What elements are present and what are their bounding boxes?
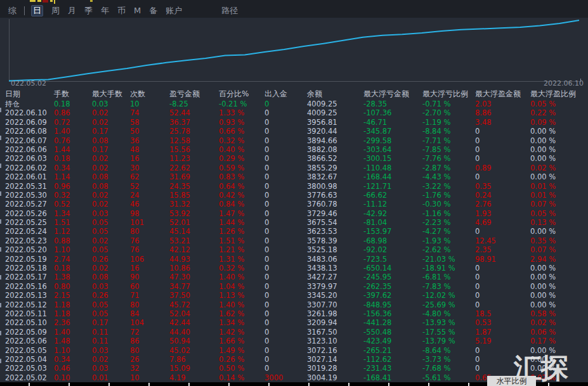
table-row[interactable]: 2022.05.310.960.085224.350.64 %03800.98-…	[0, 182, 588, 191]
column-header[interactable]: 最大浮亏比例	[422, 89, 475, 100]
cell-出入金: 0	[265, 282, 307, 291]
column-header[interactable]: 手数	[54, 89, 92, 100]
cell-最大浮盈金额: 0	[475, 145, 530, 154]
table-row[interactable]: 2022.05.261.340.039853.921.47 %03729.46-…	[0, 209, 588, 218]
cell-百分比%: 1.31 %	[219, 255, 265, 264]
cell-余额: 4009.25	[307, 100, 363, 108]
toolbar-tab-年[interactable]: 年	[101, 6, 109, 16]
column-header[interactable]: 余额	[307, 89, 363, 100]
equity-curve-chart[interactable]: 022.05.02 2022.06.10	[0, 18, 588, 89]
toolbar-tab-综[interactable]: 综	[8, 6, 16, 16]
table-row[interactable]: 2022.05.300.320.022415.850.42 %03776.63-…	[0, 191, 588, 200]
cell-最大手数: 0.05	[92, 227, 130, 236]
cell-最大浮盈比例: 0.58 %	[530, 309, 583, 318]
table-row[interactable]: 2022.06.070.760.083612.580.32 %03894.66-…	[0, 136, 588, 145]
cell-手数: 0.10	[54, 373, 92, 382]
table-row[interactable]: 2022.05.061.480.118650.941.66 %03123.10-…	[0, 337, 588, 345]
column-header[interactable]: 百分比%	[219, 89, 265, 100]
cell-最大浮盈金额: 2.76	[475, 200, 530, 209]
cell-盈亏金额: 42.12	[169, 245, 219, 254]
cell-最大浮亏金额: -112.62	[363, 355, 422, 364]
cell-次数: 80	[130, 227, 169, 236]
cell-最大手数: 0.08	[92, 136, 130, 145]
table-row[interactable]: 2022.06.011.140.086231.690.83 %03832.67-…	[0, 172, 588, 181]
toolbar-tab-日[interactable]: 日	[31, 5, 43, 16]
column-header[interactable]: 最大浮盈金额	[475, 89, 530, 100]
table-row[interactable]: 2022.05.251.510.0510152.011.44 %03675.54…	[0, 218, 588, 227]
toolbar-tab-币[interactable]: 币	[117, 6, 126, 16]
table-row[interactable]: 2022.05.270.520.024631.320.84 %03760.78-…	[0, 200, 588, 209]
cell-盈亏金额: 7.86	[169, 355, 219, 364]
table-row[interactable]: 2022.05.111.180.058452.041.62 %03261.98-…	[0, 309, 588, 318]
cell-最大手数: 0.08	[92, 182, 130, 191]
toolbar-tab-季[interactable]: 季	[84, 6, 93, 16]
cell-手数: 0.86	[54, 108, 92, 117]
table-row[interactable]: 2022.06.100.860.027452.441.33 %04009.25-…	[0, 108, 588, 117]
cell-次数: 60	[130, 282, 169, 291]
cell-最大浮亏比例: -7.68 %	[422, 364, 475, 373]
cell-出入金: 0	[265, 291, 307, 300]
table-row[interactable]: 2022.05.241.120.058045.141.26 %03623.53-…	[0, 227, 588, 236]
trading-app-window: 综日周月季年币M备账户路径 022.05.02 2022.06.10 日期手数最…	[0, 0, 588, 386]
column-header[interactable]: 日期	[5, 89, 54, 100]
column-header[interactable]: 出入金	[265, 89, 307, 100]
table-row[interactable]: 2022.05.040.340.02267.860.26 %03027.14-1…	[0, 355, 588, 364]
table-row[interactable]: 2022.05.160.800.036034.771.04 %03379.97-…	[0, 282, 588, 291]
table-row[interactable]: 2022.06.061.440.174815.560.40 %03882.08-…	[0, 145, 588, 154]
cell-最大浮盈比例: 0.00 %	[530, 273, 583, 281]
path-label[interactable]: 路径	[221, 5, 238, 16]
cell-百分比%: 1.62 %	[219, 309, 265, 318]
cell-出入金: 0	[265, 337, 307, 345]
cell-最大浮亏比例: -8.64 %	[422, 346, 475, 355]
cell-次数: 16	[130, 264, 169, 273]
cell-最大浮亏比例: -0.30 %	[422, 200, 475, 209]
table-row[interactable]: 2022.05.171.380.089047.301.40 %03427.27-…	[0, 273, 588, 281]
column-header[interactable]: 盈亏金额	[169, 89, 219, 100]
table-row[interactable]: 2022.05.132.150.267137.501.13 %03345.20-…	[0, 291, 588, 300]
table-row[interactable]: 2022.06.020.340.023022.620.59 %03855.29-…	[0, 164, 588, 172]
table-row[interactable]: 2022.05.030.460.033215.090.50 %03019.28-…	[0, 364, 588, 373]
cell-日期: 2022.05.06	[5, 337, 54, 345]
cell-最大手数: 0.02	[92, 154, 130, 163]
cell-盈亏金额: 36.37	[169, 118, 219, 127]
cell-最大浮盈金额: 0	[475, 154, 530, 163]
cell-最大浮亏比例: -7.76 %	[422, 154, 475, 163]
cell-最大浮盈比例: 0.05 %	[530, 209, 583, 218]
table-row-position[interactable]: 持仓0.180.0310-8.25-0.21 %04009.25-28.35-0…	[0, 100, 588, 108]
cell-最大浮盈比例: 0.00 %	[530, 145, 583, 154]
cell-余额: 3427.27	[307, 273, 363, 281]
toolbar-tab-账户[interactable]: 账户	[166, 6, 182, 16]
cell-余额: 3882.08	[307, 145, 363, 154]
table-row[interactable]: 2022.05.230.880.027653.211.51 %03578.39-…	[0, 236, 588, 245]
cell-最大浮亏比例: -7.85 %	[422, 145, 475, 154]
cell-盈亏金额: 37.50	[169, 291, 219, 300]
toolbar-tab-周[interactable]: 周	[51, 6, 60, 16]
column-header[interactable]: 最大浮亏金额	[363, 89, 422, 100]
table-row[interactable]: 2022.05.102.360.1710442.441.34 %03209.94…	[0, 318, 588, 327]
table-row[interactable]: 2022.05.192.740.2610644.931.31 %03483.06…	[0, 255, 588, 264]
toolbar-tab-月[interactable]: 月	[68, 6, 76, 16]
table-row[interactable]: 2022.05.121.180.058045.721.40 %03307.70-…	[0, 300, 588, 309]
toolbar-tab-备[interactable]: 备	[149, 6, 157, 16]
cell-最大浮亏比例: -13.93 %	[422, 318, 475, 327]
cell-百分比%: 0.59 %	[219, 164, 265, 172]
column-header[interactable]: 最大浮盈比例	[530, 89, 583, 100]
table-row[interactable]: 2022.06.090.720.025836.370.93 %03956.81-…	[0, 118, 588, 127]
cell-最大浮盈金额: 0	[475, 227, 530, 236]
cell-余额: 3307.70	[307, 300, 363, 309]
table-row[interactable]: 2022.05.201.100.057642.121.21 %03525.18-…	[0, 245, 588, 254]
cell-最大浮亏金额: -46.71	[363, 118, 422, 127]
cell-最大浮亏比例: -2.62 %	[422, 245, 475, 254]
toolbar-tab-M[interactable]: M	[134, 6, 141, 16]
scale-tick	[388, 383, 389, 386]
table-row[interactable]: 2022.05.180.180.021610.860.32 %03438.13-…	[0, 264, 588, 273]
table-row[interactable]: 2022.05.091.400.117244.401.42 %03167.50-…	[0, 328, 588, 337]
cell-最大浮亏比例: -6.81 %	[422, 273, 475, 281]
cell-手数: 1.18	[54, 300, 92, 309]
table-row[interactable]: 2022.06.030.180.021611.230.29 %03866.52-…	[0, 154, 588, 163]
column-header[interactable]: 次数	[130, 89, 169, 100]
table-row[interactable]: 2022.06.081.400.175025.780.66 %03920.44-…	[0, 127, 588, 136]
table-row[interactable]: 2022.05.051.100.038045.021.49 %03072.16-…	[0, 346, 588, 355]
column-header[interactable]: 最大手数	[92, 89, 130, 100]
cell-百分比%: 0.32 %	[219, 264, 265, 273]
